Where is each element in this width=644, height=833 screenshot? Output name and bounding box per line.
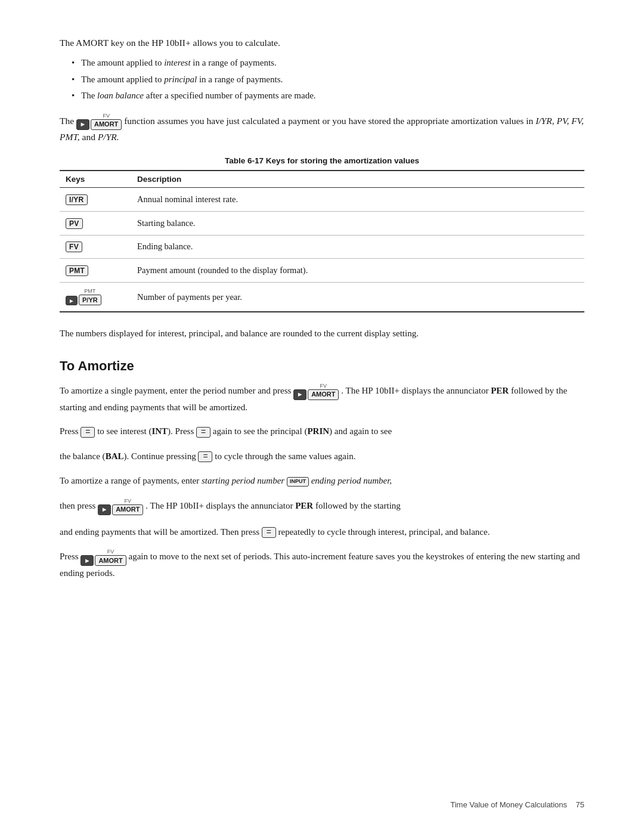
shift-amort-combo: ► FV AMORT	[76, 113, 122, 130]
bullet-balance: The loan balance after a specified numbe…	[72, 89, 584, 103]
pv-key-button: PV	[66, 218, 83, 229]
para1-amort-main: AMORT	[308, 389, 339, 400]
bullet-list: The amount applied to interest in a rang…	[72, 56, 584, 103]
amortize-para2: Press = to see interest (INT). Press = a…	[60, 424, 584, 439]
footer-text: Time Value of Money Calculations	[450, 800, 567, 809]
amortization-table-container: Table 6-17 Keys for storing the amortiza…	[60, 156, 584, 312]
intro-heading: The AMORT key on the HP 10bII+ allows yo…	[60, 36, 584, 50]
function-italic-pyr: P/YR.	[98, 132, 119, 142]
para2-int-bold: INT	[151, 426, 168, 436]
para3-italic-ending: ending period number,	[311, 476, 392, 485]
para3-amort-main: AMORT	[112, 504, 143, 515]
amort-top-label: FV	[103, 113, 110, 119]
para2-bal-bold: BAL	[106, 451, 124, 461]
para4-shift-amort: ► FV AMORT	[80, 549, 126, 566]
bullet-principal: The amount applied to principal in a ran…	[72, 73, 584, 86]
para3-amort-key: FV AMORT	[112, 498, 143, 515]
table-cell-pyr-key: ► PMT P/YR	[60, 283, 131, 312]
page-footer: Time Value of Money Calculations 75	[450, 800, 584, 809]
table-row-fv: FV Ending balance.	[60, 235, 584, 259]
amortize-para3b: then press ► FV AMORT . The HP 10bII+ di…	[60, 498, 584, 515]
table-caption: Table 6-17 Keys for storing the amortiza…	[60, 156, 584, 165]
para3b-after1: . The HP 10bII+ displays the annunciator…	[145, 501, 401, 510]
table-row-pmt: PMT Payment amount (rounded to the displ…	[60, 259, 584, 283]
table-cell-fv-key: FV	[60, 235, 131, 259]
para3-shift-key: ►	[98, 504, 111, 515]
para2-bal-text: the balance (BAL). Continue pressing	[60, 451, 198, 461]
table-header-description: Description	[131, 171, 584, 188]
amortization-table: Keys Description I/YR Annual nominal int…	[60, 170, 584, 312]
fv-key-button: FV	[66, 241, 82, 252]
table-cell-pv-key: PV	[60, 211, 131, 235]
bullet-interest-after: in a range of payments.	[191, 58, 277, 67]
table-cell-pmt-key: PMT	[60, 259, 131, 283]
amortize-para3c: and ending payments that will be amortiz…	[60, 525, 584, 540]
equal-key-1: =	[80, 427, 95, 438]
function-after: function assumes you have just calculate…	[60, 115, 584, 141]
function-italic-vars: I/YR, PV, FV, PMT,	[60, 115, 584, 141]
table-cell-pv-desc: Starting balance.	[131, 211, 584, 235]
equal-key-4: =	[262, 527, 276, 538]
pyr-key-combo: PMT P/YR	[79, 289, 101, 305]
bullet-balance-italic: loan balance	[97, 91, 144, 100]
para3-italic-end: ending period number,	[311, 476, 392, 485]
to-amortize-heading: To Amortize	[60, 358, 584, 374]
para4-fv-label: FV	[107, 549, 114, 555]
amortize-para1: To amortize a single payment, enter the …	[60, 383, 584, 414]
table-header-keys: Keys	[60, 171, 131, 188]
pyr-main-key: P/YR	[79, 295, 101, 305]
table-cell-iyr-key: I/YR	[60, 188, 131, 212]
para3b-then: then press	[60, 501, 98, 510]
amort-main-key: AMORT	[91, 119, 122, 130]
bullet-balance-after: after a specified number of payments are…	[144, 91, 316, 100]
amort-key-combo: FV AMORT	[91, 113, 122, 130]
table-row-pyr: ► PMT P/YR Number of payments per year.	[60, 283, 584, 312]
para2-prin-bold: PRIN	[307, 426, 329, 436]
input-key-1: INPUT	[287, 477, 309, 487]
amortize-para2b: the balance (BAL). Continue pressing = t…	[60, 449, 584, 465]
para3-fv-label: FV	[125, 498, 132, 504]
bullet-principal-italic: principal	[164, 75, 197, 84]
para4-shift-key: ►	[80, 555, 94, 566]
pyr-top-label: PMT	[84, 289, 95, 294]
bullet-balance-before: The	[81, 91, 97, 100]
table-row-pv: PV Starting balance.	[60, 211, 584, 235]
display-note: The numbers displayed for interest, prin…	[60, 327, 584, 340]
shift-key: ►	[76, 119, 89, 130]
table-cell-iyr-desc: Annual nominal interest rate.	[131, 188, 584, 212]
table-cell-pmt-desc: Payment amount (rounded to the display f…	[131, 259, 584, 283]
para3-before: To amortize a range of payments, enter s…	[60, 476, 287, 485]
bullet-principal-after: in a range of payments.	[197, 75, 283, 84]
para2-prin-text: again to see the principal (PRIN) and ag…	[213, 426, 392, 436]
page-content: The AMORT key on the HP 10bII+ allows yo…	[60, 36, 584, 581]
para3c-after: repeatedly to cycle through interest, pr…	[278, 527, 490, 537]
equal-key-3: =	[198, 451, 212, 462]
para1-shift-amort: ► FV AMORT	[293, 383, 339, 400]
pyr-shift-combo: ► PMT P/YR	[66, 289, 101, 305]
para2-cycle-text: to cycle through the same values again.	[215, 451, 355, 461]
bullet-interest: The amount applied to interest in a rang…	[72, 56, 584, 70]
equal-key-2: =	[196, 427, 210, 438]
bullet-interest-before: The amount applied to	[81, 58, 164, 67]
para3c-text: and ending payments that will be amortiz…	[60, 527, 262, 537]
footer-page: 75	[576, 800, 584, 809]
para1-fv-label: FV	[320, 383, 327, 389]
amortize-para4: Press ► FV AMORT again to move to the ne…	[60, 549, 584, 581]
table-row-iyr: I/YR Annual nominal interest rate.	[60, 188, 584, 212]
table-header-row: Keys Description	[60, 171, 584, 188]
bullet-principal-before: The amount applied to	[81, 75, 164, 84]
para1-amort-key: FV AMORT	[308, 383, 339, 400]
bullet-interest-italic: interest	[164, 58, 190, 67]
para4-after: again to move to the next set of periods…	[60, 552, 580, 578]
function-sentence: The ► FV AMORT function assumes you have…	[60, 113, 584, 145]
iyr-key-button: I/YR	[66, 194, 88, 205]
table-cell-pyr-desc: Number of payments per year.	[131, 283, 584, 312]
para1-per-bold: PER	[491, 386, 509, 396]
para4-before: Press	[60, 552, 80, 562]
para1-before: To amortize a single payment, enter the …	[60, 386, 293, 396]
para4-amort-key: FV AMORT	[95, 549, 126, 566]
para3-shift-amort: ► FV AMORT	[98, 498, 143, 515]
function-before: The	[60, 115, 76, 125]
amortize-para3: To amortize a range of payments, enter s…	[60, 473, 584, 489]
pmt-key-button: PMT	[66, 265, 88, 276]
